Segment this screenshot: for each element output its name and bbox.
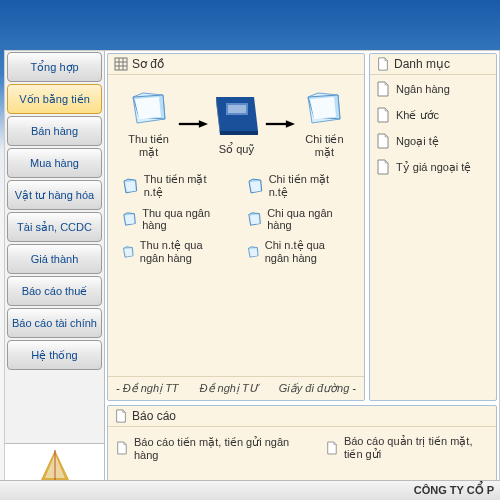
sidebar: Tổng hợp Vốn bằng tiền Bán hàng Mua hàng… [5, 51, 105, 497]
panel-title: Danh mục [394, 57, 450, 71]
page-icon [376, 107, 390, 123]
sidebar-item-label: Tổng hợp [30, 61, 78, 74]
sidebar-item-banhang[interactable]: Bán hàng [7, 116, 102, 146]
sidebar-item-vonbangtien[interactable]: Vốn bằng tiền [7, 84, 102, 114]
document-icon [122, 211, 136, 227]
item-label: Tỷ giá ngoại tệ [396, 161, 471, 174]
flow-node-soquy[interactable]: Sổ quỹ [210, 93, 264, 156]
list-item[interactable]: Khế ước [376, 107, 490, 123]
sidebar-item-hethong[interactable]: Hệ thống [7, 340, 102, 370]
thu-list: Thu tiền mặt n.tệ Thu qua ngân hàng Thu … [122, 173, 227, 264]
sidebar-item-taisan[interactable]: Tài sản, CCDC [7, 212, 102, 242]
item-label: Chi qua ngân hàng [267, 207, 350, 231]
sidebar-item-label: Báo cáo thuế [22, 285, 88, 298]
panel-title: Sơ đồ [132, 57, 164, 71]
document-icon [247, 211, 261, 227]
sidebar-item-label: Báo cáo tài chính [12, 317, 97, 329]
item-label: Khế ước [396, 109, 439, 122]
sidebar-item-muahang[interactable]: Mua hàng [7, 148, 102, 178]
sidebar-item-label: Vật tư hàng hóa [15, 189, 94, 202]
list-item[interactable]: Chi tiền mặt n.tệ [247, 173, 350, 199]
panel-header: Báo cáo [108, 406, 496, 427]
list-item[interactable]: Báo cáo tiền mặt, tiền gửi ngân hàng [116, 435, 290, 461]
list-item[interactable]: Thu qua ngân hàng [122, 207, 227, 231]
folder-icon [304, 89, 344, 127]
item-label: Báo cáo tiền mặt, tiền gửi ngân hàng [134, 436, 290, 461]
panel-danhmuc: Danh mục Ngân hàng Khế ước Ngoại tệ [369, 53, 497, 401]
flow-label: Sổ quỹ [210, 143, 264, 156]
item-label: Chi tiền mặt n.tệ [269, 173, 350, 199]
item-label: Ngân hàng [396, 83, 450, 95]
status-bar: CÔNG TY CỔ P [0, 480, 500, 500]
danhmuc-list: Ngân hàng Khế ước Ngoại tệ Tỷ giá ngoại … [370, 75, 496, 181]
sidebar-item-vattu[interactable]: Vật tư hàng hóa [7, 180, 102, 210]
panel-header: Danh mục [370, 54, 496, 75]
panel-body: Thu tiền mặt Sổ quỹ Chi tiền mặt [108, 75, 364, 376]
page-icon [326, 440, 338, 456]
item-label: Thu qua ngân hàng [142, 207, 227, 231]
sidebar-item-label: Giá thành [31, 253, 79, 265]
list-item[interactable]: Thu n.tệ qua ngân hàng [122, 239, 227, 264]
sidebar-item-label: Mua hàng [30, 157, 79, 169]
page-icon [116, 440, 128, 456]
flow-node-chi[interactable]: Chi tiền mặt [297, 89, 352, 159]
page-icon [376, 133, 390, 149]
folder-icon [129, 89, 169, 127]
list-item[interactable]: Ngân hàng [376, 81, 490, 97]
operation-lists: Thu tiền mặt n.tệ Thu qua ngân hàng Thu … [116, 163, 356, 270]
footer-link-denghitu[interactable]: Đề nghị TƯ [200, 382, 258, 395]
sidebar-item-giathanh[interactable]: Giá thành [7, 244, 102, 274]
sidebar-item-label: Hệ thống [31, 349, 77, 362]
diagram-icon [114, 57, 128, 71]
main-content: Sơ đồ Thu tiền mặt Sổ quỹ [105, 51, 499, 497]
document-icon [122, 244, 134, 260]
footer-link-denghitt[interactable]: - Đề nghị TT [116, 382, 179, 395]
item-label: Thu tiền mặt n.tệ [144, 173, 227, 199]
arrow-icon [177, 119, 210, 129]
item-label: Báo cáo quản trị tiền mặt, tiền gửi [344, 435, 488, 461]
list-item[interactable]: Ngoại tệ [376, 133, 490, 149]
document-icon [122, 178, 138, 194]
list-item[interactable]: Thu tiền mặt n.tệ [122, 173, 227, 199]
arrow-icon [264, 119, 297, 129]
flow-label: Thu tiền mặt [120, 133, 177, 159]
item-label: Chi n.tệ qua ngân hàng [265, 239, 350, 264]
flow-label: Chi tiền mặt [297, 133, 352, 159]
app-frame: Tổng hợp Vốn bằng tiền Bán hàng Mua hàng… [4, 50, 500, 498]
ledger-book-icon [210, 93, 264, 137]
list-item[interactable]: Chi n.tệ qua ngân hàng [247, 239, 350, 264]
panel-title: Báo cáo [132, 409, 176, 423]
baocao-list: Báo cáo tiền mặt, tiền gửi ngân hàng Báo… [108, 427, 496, 469]
panel-header: Sơ đồ [108, 54, 364, 75]
footer-link-giaydiduong[interactable]: Giấy đi đường - [279, 382, 356, 395]
list-item[interactable]: Chi qua ngân hàng [247, 207, 350, 231]
page-icon [376, 81, 390, 97]
flow-diagram: Thu tiền mặt Sổ quỹ Chi tiền mặt [116, 81, 356, 163]
sidebar-item-baocaotaichinh[interactable]: Báo cáo tài chính [7, 308, 102, 338]
flow-node-thu[interactable]: Thu tiền mặt [120, 89, 177, 159]
sidebar-item-label: Vốn bằng tiền [19, 93, 90, 106]
sidebar-item-tonghop[interactable]: Tổng hợp [7, 52, 102, 82]
document-icon [247, 178, 263, 194]
page-icon [114, 409, 128, 423]
brand-logo-icon [35, 448, 75, 482]
company-name: CÔNG TY CỔ P [414, 484, 494, 497]
page-icon [376, 57, 390, 71]
item-label: Ngoại tệ [396, 135, 439, 148]
page-icon [376, 159, 390, 175]
list-item[interactable]: Báo cáo quản trị tiền mặt, tiền gửi [326, 435, 488, 461]
sidebar-item-label: Bán hàng [31, 125, 78, 137]
sidebar-item-baocaothue[interactable]: Báo cáo thuế [7, 276, 102, 306]
panel-sodo: Sơ đồ Thu tiền mặt Sổ quỹ [107, 53, 365, 401]
list-item[interactable]: Tỷ giá ngoại tệ [376, 159, 490, 175]
item-label: Thu n.tệ qua ngân hàng [140, 239, 227, 264]
sodo-footer-links: - Đề nghị TT Đề nghị TƯ Giấy đi đường - [108, 376, 364, 400]
sidebar-item-label: Tài sản, CCDC [17, 221, 92, 234]
document-icon [247, 244, 259, 260]
chi-list: Chi tiền mặt n.tệ Chi qua ngân hàng Chi … [247, 173, 350, 264]
